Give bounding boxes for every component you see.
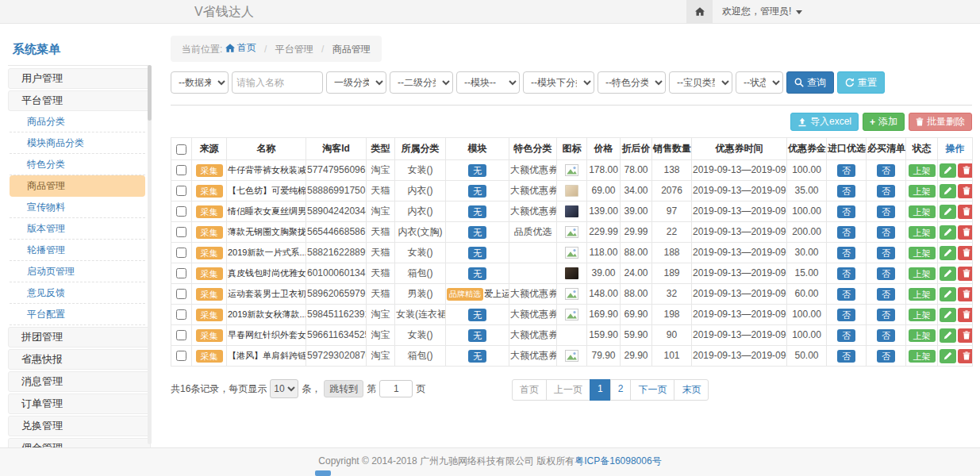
- edit-button[interactable]: [940, 246, 956, 260]
- status-badge[interactable]: 上架: [909, 185, 936, 198]
- module-select[interactable]: --模块--: [456, 71, 520, 94]
- status-badge[interactable]: 上架: [909, 164, 936, 177]
- imported-badge[interactable]: 否: [837, 226, 855, 239]
- sidebar-sub-item[interactable]: 模块商品分类: [10, 132, 145, 154]
- imported-badge[interactable]: 否: [837, 185, 855, 198]
- pager-item[interactable]: 2: [610, 379, 632, 401]
- row-checkbox[interactable]: [176, 206, 186, 217]
- edit-button[interactable]: [940, 328, 956, 343]
- module-badge[interactable]: 无: [468, 267, 486, 280]
- sidebar-group-item[interactable]: 拼团管理: [8, 327, 151, 347]
- edit-button[interactable]: [940, 163, 956, 178]
- must-buy-badge[interactable]: 否: [877, 329, 895, 342]
- breadcrumb-home-link[interactable]: 首页: [225, 41, 256, 55]
- sidebar-sub-item[interactable]: 商品管理: [10, 175, 145, 197]
- search-button[interactable]: 查询: [786, 71, 834, 94]
- sidebar-sub-item[interactable]: 商品分类: [10, 111, 145, 132]
- sidebar-scrollbar-track[interactable]: [148, 65, 152, 444]
- imported-badge[interactable]: 否: [837, 247, 855, 259]
- icp-link[interactable]: 粤ICP备16098006号: [575, 455, 661, 466]
- delete-button[interactable]: [958, 205, 973, 219]
- row-checkbox[interactable]: [176, 330, 186, 340]
- status-badge[interactable]: 上架: [909, 226, 936, 239]
- row-checkbox[interactable]: [176, 165, 186, 175]
- must-buy-badge[interactable]: 否: [877, 247, 895, 259]
- pager-item[interactable]: 1: [590, 379, 611, 401]
- select-all-checkbox[interactable]: [176, 144, 186, 155]
- edit-button[interactable]: [940, 205, 956, 219]
- reset-button[interactable]: 重置: [837, 71, 885, 94]
- sidebar-scrollbar-thumb[interactable]: [148, 65, 152, 121]
- module-badge[interactable]: 无: [468, 309, 486, 321]
- sidebar-group-item[interactable]: 订单管理: [8, 393, 151, 414]
- module-badge[interactable]: 无: [468, 329, 486, 342]
- must-buy-badge[interactable]: 否: [877, 226, 895, 239]
- edit-button[interactable]: [940, 308, 956, 322]
- import-excel-button[interactable]: 导入excel: [790, 113, 859, 131]
- data-source-select[interactable]: --数据来源--: [171, 71, 229, 94]
- sidebar-sub-item[interactable]: 宣传物料: [10, 197, 145, 218]
- status-select[interactable]: --状态--: [736, 71, 783, 94]
- sidebar-group-item[interactable]: 消息管理: [8, 371, 151, 392]
- delete-button[interactable]: [958, 308, 973, 322]
- feature-category-select[interactable]: --特色分类--: [598, 71, 666, 94]
- imported-badge[interactable]: 否: [837, 164, 855, 177]
- status-badge[interactable]: 上架: [909, 288, 936, 301]
- module-badge[interactable]: 无: [468, 350, 486, 363]
- sidebar-sub-item[interactable]: 意见反馈: [10, 282, 145, 304]
- module-badge[interactable]: 无: [468, 185, 486, 198]
- delete-button[interactable]: [958, 287, 973, 301]
- must-buy-badge[interactable]: 否: [877, 350, 895, 363]
- pager-item[interactable]: 下一页: [630, 379, 674, 401]
- pager-item[interactable]: 上一页: [546, 379, 590, 401]
- sidebar-sub-item[interactable]: 平台配置: [10, 304, 145, 325]
- imported-badge[interactable]: 否: [837, 350, 855, 363]
- page-number-input[interactable]: [379, 380, 413, 397]
- sidebar-group-item[interactable]: 兑换管理: [8, 416, 151, 436]
- status-badge[interactable]: 上架: [909, 329, 936, 342]
- imported-badge[interactable]: 否: [837, 288, 855, 301]
- imported-badge[interactable]: 否: [837, 309, 855, 321]
- module-subcategory-select[interactable]: --模块下分类--: [523, 71, 594, 94]
- status-badge[interactable]: 上架: [909, 247, 936, 259]
- row-checkbox[interactable]: [176, 186, 186, 196]
- must-buy-badge[interactable]: 否: [877, 309, 895, 321]
- level2-category-select[interactable]: --二级分类--: [390, 71, 453, 94]
- imported-badge[interactable]: 否: [837, 329, 855, 342]
- delete-button[interactable]: [958, 163, 973, 178]
- edit-button[interactable]: [940, 349, 956, 363]
- jump-button[interactable]: 跳转到: [324, 380, 363, 397]
- imported-badge[interactable]: 否: [837, 267, 855, 280]
- pager-item[interactable]: 末页: [674, 379, 709, 401]
- edit-button[interactable]: [940, 184, 956, 198]
- status-badge[interactable]: 上架: [909, 205, 936, 218]
- module-badge[interactable]: 无: [468, 226, 486, 239]
- sidebar-sub-item[interactable]: 版本管理: [10, 218, 145, 240]
- sidebar-group-item[interactable]: 用户管理: [8, 68, 151, 89]
- row-checkbox[interactable]: [176, 309, 186, 320]
- must-buy-badge[interactable]: 否: [877, 164, 895, 177]
- add-button[interactable]: + 添加: [863, 113, 905, 131]
- sidebar-sub-item[interactable]: 启动页管理: [10, 261, 145, 282]
- status-badge[interactable]: 上架: [909, 309, 936, 321]
- sidebar-group-item[interactable]: 平台管理: [8, 90, 151, 111]
- row-checkbox[interactable]: [176, 248, 186, 258]
- must-buy-badge[interactable]: 否: [877, 267, 895, 280]
- row-checkbox[interactable]: [176, 268, 186, 278]
- row-checkbox[interactable]: [176, 289, 186, 299]
- batch-delete-button[interactable]: 批量删除: [909, 113, 972, 131]
- edit-button[interactable]: [940, 267, 956, 281]
- must-buy-badge[interactable]: 否: [877, 185, 895, 198]
- level1-category-select[interactable]: 一级分类: [326, 71, 386, 94]
- delete-button[interactable]: [958, 246, 973, 260]
- module-badge[interactable]: 无: [468, 164, 486, 177]
- status-badge[interactable]: 上架: [909, 350, 936, 363]
- page-size-select[interactable]: 10: [270, 379, 298, 398]
- item-type-select[interactable]: --宝贝类型--: [669, 71, 732, 94]
- sidebar-group-item[interactable]: 省惠快报: [8, 349, 151, 370]
- row-checkbox[interactable]: [176, 227, 186, 237]
- module-badge[interactable]: 无: [468, 205, 486, 218]
- sidebar-sub-item[interactable]: 特色分类: [10, 154, 145, 175]
- edit-button[interactable]: [940, 225, 956, 240]
- must-buy-badge[interactable]: 否: [877, 288, 895, 301]
